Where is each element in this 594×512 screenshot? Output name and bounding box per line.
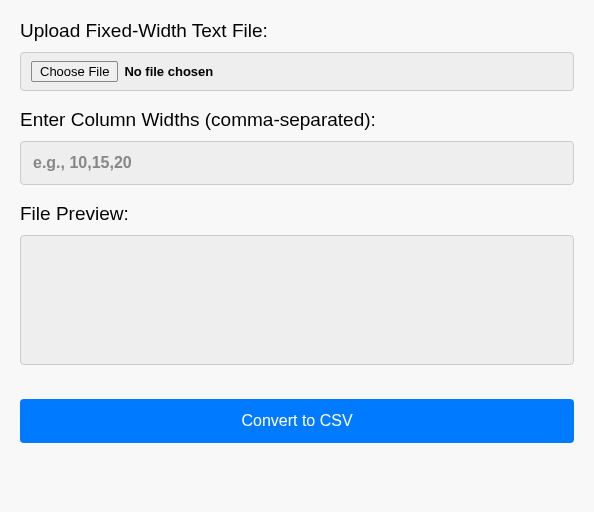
upload-label: Upload Fixed-Width Text File: bbox=[20, 20, 574, 42]
preview-section: File Preview: bbox=[20, 203, 574, 369]
upload-section: Upload Fixed-Width Text File: Choose Fil… bbox=[20, 20, 574, 91]
choose-file-button[interactable]: Choose File bbox=[31, 61, 118, 82]
file-status-text: No file chosen bbox=[124, 64, 213, 79]
file-preview-box bbox=[20, 235, 574, 365]
widths-section: Enter Column Widths (comma-separated): bbox=[20, 109, 574, 185]
file-input-container[interactable]: Choose File No file chosen bbox=[20, 52, 574, 91]
convert-button[interactable]: Convert to CSV bbox=[20, 399, 574, 443]
column-widths-input[interactable] bbox=[20, 141, 574, 185]
widths-label: Enter Column Widths (comma-separated): bbox=[20, 109, 574, 131]
preview-label: File Preview: bbox=[20, 203, 574, 225]
